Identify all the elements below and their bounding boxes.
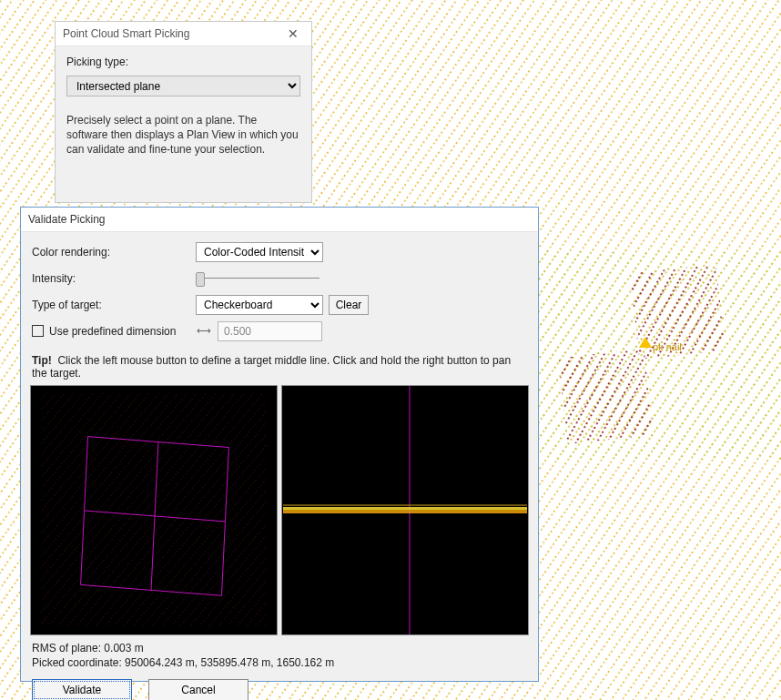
picking-type-label: Picking type: xyxy=(66,56,300,68)
clear-button[interactable]: Clear xyxy=(329,295,369,315)
profile-view-viewport[interactable] xyxy=(281,385,529,635)
marker-triangle-icon xyxy=(639,337,652,348)
close-icon[interactable]: ✕ xyxy=(282,26,304,41)
tip-text: Click the left mouse button to define a … xyxy=(32,354,511,380)
validate-picking-dialog: Validate Picking Color rendering: Color-… xyxy=(20,207,539,682)
predefined-dimension-input[interactable] xyxy=(218,321,322,341)
use-predefined-label: Use predefined dimension xyxy=(49,325,176,338)
svg-rect-11 xyxy=(558,349,653,443)
smart-picking-title: Point Cloud Smart Picking xyxy=(63,27,282,40)
smart-picking-dialog: Point Cloud Smart Picking ✕ Picking type… xyxy=(55,21,312,203)
picked-coordinate-text: Picked coordinate: 950064.243 m, 535895.… xyxy=(32,655,527,670)
type-of-target-select[interactable]: Checkerboard xyxy=(196,295,323,315)
plan-view-viewport[interactable] xyxy=(30,385,278,635)
dimension-icon: ⟷ xyxy=(196,323,212,340)
color-rendering-label: Color rendering: xyxy=(32,246,196,259)
use-predefined-checkbox[interactable] xyxy=(32,325,44,337)
tip-prefix: Tip! xyxy=(32,354,52,367)
svg-rect-20 xyxy=(283,507,527,510)
type-of-target-label: Type of target: xyxy=(32,299,196,311)
picking-type-select[interactable]: Intersected plane xyxy=(66,76,300,96)
validate-button[interactable]: Validate xyxy=(32,679,132,700)
rms-of-plane-text: RMS of plane: 0.003 m xyxy=(32,641,527,655)
intensity-slider[interactable] xyxy=(196,269,323,288)
svg-rect-21 xyxy=(283,510,527,513)
validate-picking-title: Validate Picking xyxy=(28,213,106,226)
svg-rect-13 xyxy=(41,393,267,626)
picking-type-description: Precisely select a point on a plane. The… xyxy=(66,113,300,157)
color-rendering-select[interactable]: Color-Coded Intensity xyxy=(196,242,323,262)
svg-rect-22 xyxy=(283,504,527,506)
intensity-label: Intensity: xyxy=(32,272,196,285)
cancel-button[interactable]: Cancel xyxy=(148,679,248,700)
annotation-label: pk nail xyxy=(653,341,682,352)
